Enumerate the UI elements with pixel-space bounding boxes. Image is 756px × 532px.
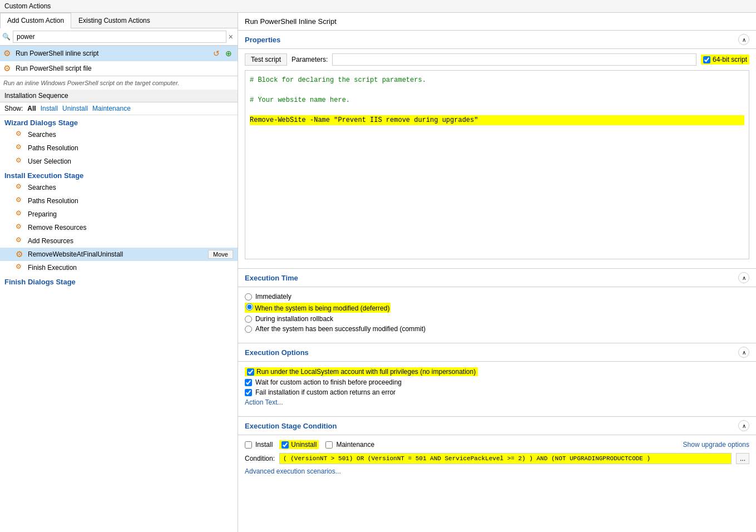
radio-rollback: During installation rollback xyxy=(245,314,749,324)
uninstall-checkbox-highlighted: Uninstall xyxy=(279,440,319,449)
checkbox-64bit-label: 64-bit script xyxy=(713,56,747,63)
seq-paths-1-icon: ⚙ xyxy=(16,143,26,153)
show-install-link[interactable]: Install xyxy=(41,105,58,112)
advanced-link[interactable]: Advanced execution scenarios... xyxy=(245,467,749,475)
seq-preparing[interactable]: ⚙ Preparing xyxy=(0,208,238,221)
install-sequence-header: Installation Sequence xyxy=(0,90,238,102)
test-script-button[interactable]: Test script xyxy=(245,53,287,66)
tab-existing-custom-actions[interactable]: Existing Custom Actions xyxy=(71,13,157,28)
uninstall-label: Uninstall xyxy=(291,441,317,449)
seq-paths-2[interactable]: ⚙ Paths Resolution xyxy=(0,194,238,208)
checkbox-install[interactable] xyxy=(245,441,252,449)
radio-deferred-input[interactable] xyxy=(246,303,253,311)
script-editor[interactable]: # Block for declaring the script paramet… xyxy=(245,70,749,259)
execution-stage-condition-section: Execution Stage Condition ∧ Install Unin… xyxy=(238,416,756,480)
condition-title-bar: Execution Stage Condition ∧ xyxy=(238,416,756,435)
properties-section: Properties ∧ Test script Parameters: 64-… xyxy=(238,31,756,264)
execution-options-title-bar: Execution Options ∧ xyxy=(238,343,756,362)
execution-time-section: Execution Time ∧ Immediately When the sy… xyxy=(238,268,756,338)
option-localsystem-highlighted: Run under the LocalSystem account with f… xyxy=(245,367,478,376)
condition-edit-button[interactable]: ... xyxy=(736,453,749,464)
action-item-run-powershell-file[interactable]: ⚙ Run PowerShell script file xyxy=(0,61,238,76)
parameters-label: Parameters: xyxy=(291,56,328,63)
seq-finish-exec-icon: ⚙ xyxy=(16,263,26,273)
condition-content: Install Uninstall Maintenance Show upgra… xyxy=(238,435,756,480)
install-checkbox-row: Install xyxy=(245,440,273,450)
seq-user-selection[interactable]: ⚙ User Selection xyxy=(0,155,238,168)
search-input[interactable] xyxy=(13,31,226,43)
radio-commit-input[interactable] xyxy=(245,326,252,333)
checkbox-maintenance[interactable] xyxy=(325,441,333,449)
action-text-link[interactable]: Action Text... xyxy=(245,397,749,407)
checkbox-64bit[interactable] xyxy=(703,56,710,63)
seq-searches-1[interactable]: ⚙ Searches xyxy=(0,128,238,141)
show-all-link[interactable]: All xyxy=(27,105,36,112)
radio-rollback-input[interactable] xyxy=(245,316,252,323)
checkbox-localsystem[interactable] xyxy=(247,368,254,376)
install-label: Install xyxy=(255,441,273,449)
script-line-1: # Block for declaring the script paramet… xyxy=(250,75,744,85)
execution-time-title: Execution Time xyxy=(245,274,298,282)
action-add-button[interactable]: ⊕ xyxy=(223,48,234,59)
execution-options-section: Execution Options ∧ Run under the LocalS… xyxy=(238,343,756,412)
condition-input[interactable] xyxy=(279,453,732,464)
execution-options-collapse-button[interactable]: ∧ xyxy=(738,347,749,358)
radio-immediately: Immediately xyxy=(245,292,749,302)
seq-add-resources[interactable]: ⚙ Add Resources xyxy=(0,234,238,248)
option-fail: Fail installation if custom action retur… xyxy=(245,387,749,397)
seq-remove-resources-icon: ⚙ xyxy=(16,223,26,233)
action-item-label: Run PowerShell inline script xyxy=(16,50,211,57)
install-execution-stage-header: Install Execution Stage xyxy=(0,168,238,181)
execution-time-collapse-button[interactable]: ∧ xyxy=(738,272,749,283)
script-line-blank-2 xyxy=(250,105,744,115)
action-refresh-button[interactable]: ↺ xyxy=(211,48,222,59)
radio-deferred: When the system is being modified (defer… xyxy=(245,302,749,314)
search-box: 🔍 × xyxy=(0,28,238,46)
show-uninstall-link[interactable]: Uninstall xyxy=(62,105,88,112)
finish-dialogs-stage-header: Finish Dialogs Stage xyxy=(0,274,238,287)
parameters-input[interactable] xyxy=(332,53,696,66)
left-panel: Add Custom Action Existing Custom Action… xyxy=(0,13,238,532)
properties-content: Test script Parameters: 64-bit script # … xyxy=(238,49,756,264)
seq-remove-website[interactable]: ⚙ RemoveWebsiteAtFinalUninstall Move xyxy=(0,248,238,261)
seq-finish-execution[interactable]: ⚙ Finish Execution xyxy=(0,261,238,274)
tabs-bar: Add Custom Action Existing Custom Action… xyxy=(0,13,238,28)
show-maintenance-link[interactable]: Maintenance xyxy=(92,105,131,112)
radio-immediately-input[interactable] xyxy=(245,293,252,301)
show-upgrade-link[interactable]: Show upgrade options xyxy=(683,441,749,449)
checkbox-fail[interactable] xyxy=(245,389,252,396)
move-button[interactable]: Move xyxy=(208,250,233,259)
condition-value-row: Condition: ... xyxy=(245,453,749,464)
condition-title: Execution Stage Condition xyxy=(245,422,337,430)
seq-paths-1[interactable]: ⚙ Paths Resolution xyxy=(0,141,238,155)
seq-user-sel-icon: ⚙ xyxy=(16,156,26,166)
tab-add-custom-action[interactable]: Add Custom Action xyxy=(0,13,71,28)
radio-rollback-label: During installation rollback xyxy=(255,315,333,323)
checkbox-64bit-container: 64-bit script xyxy=(701,55,749,65)
execution-time-content: Immediately When the system is being mod… xyxy=(238,287,756,338)
search-clear-button[interactable]: × xyxy=(226,32,235,41)
installation-sequence: Installation Sequence Show: All Install … xyxy=(0,90,238,532)
properties-collapse-button[interactable]: ∧ xyxy=(738,34,749,45)
wizard-dialogs-stage-header: Wizard Dialogs Stage xyxy=(0,115,238,128)
checkbox-localsystem-label: Run under the LocalSystem account with f… xyxy=(256,368,476,376)
seq-searches-2[interactable]: ⚙ Searches xyxy=(0,181,238,194)
radio-immediately-label: Immediately xyxy=(255,293,291,301)
action-item-run-powershell-inline[interactable]: ⚙ Run PowerShell inline script ↺ ⊕ xyxy=(0,46,238,61)
maintenance-label: Maintenance xyxy=(336,441,374,449)
seq-searches-1-icon: ⚙ xyxy=(16,130,26,140)
test-script-row: Test script Parameters: 64-bit script xyxy=(245,53,749,66)
condition-label: Condition: xyxy=(245,455,275,462)
condition-checkboxes-row: Install Uninstall Maintenance Show upgra… xyxy=(245,440,749,450)
checkbox-wait[interactable] xyxy=(245,379,252,386)
script-line-2: # Your website name here. xyxy=(250,95,744,105)
condition-collapse-button[interactable]: ∧ xyxy=(738,420,749,431)
execution-options-content: Run under the LocalSystem account with f… xyxy=(238,362,756,412)
maintenance-checkbox-row: Maintenance xyxy=(325,440,374,450)
execution-time-title-bar: Execution Time ∧ xyxy=(238,268,756,287)
seq-remove-resources[interactable]: ⚙ Remove Resources xyxy=(0,221,238,234)
script-line-blank-1 xyxy=(250,85,744,95)
title-bar: Custom Actions xyxy=(0,0,756,13)
right-panel-title: Run PowerShell Inline Script xyxy=(238,13,756,31)
checkbox-uninstall[interactable] xyxy=(281,441,289,449)
